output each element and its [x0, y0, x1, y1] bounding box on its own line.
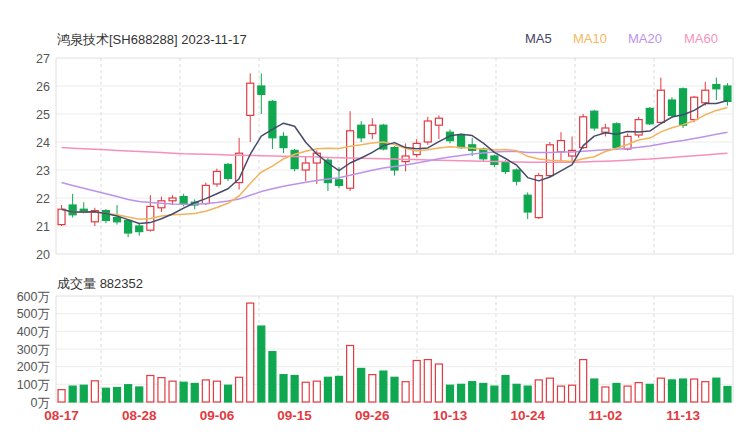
volume-bar[interactable]	[469, 382, 476, 402]
candle-body[interactable]	[613, 124, 620, 148]
volume-bar[interactable]	[402, 382, 409, 402]
volume-bar[interactable]	[191, 383, 198, 402]
candle-body[interactable]	[480, 149, 487, 159]
candle-body[interactable]	[347, 131, 354, 188]
volume-bar[interactable]	[125, 385, 132, 402]
volume-bar[interactable]	[58, 390, 65, 402]
candle-body[interactable]	[125, 220, 132, 233]
candle-body[interactable]	[424, 121, 431, 142]
volume-bar[interactable]	[557, 386, 564, 402]
candle-body[interactable]	[58, 209, 65, 224]
volume-bar[interactable]	[336, 376, 343, 402]
candle-body[interactable]	[724, 86, 731, 101]
volume-bar[interactable]	[524, 386, 531, 402]
candle-body[interactable]	[591, 111, 598, 128]
volume-bar[interactable]	[302, 382, 309, 402]
volume-bar[interactable]	[435, 364, 442, 402]
candlestick-volume-chart[interactable]: 2726252423222120600万500万400万300万200万100万…	[0, 0, 740, 440]
candle-body[interactable]	[513, 170, 520, 181]
candle-body[interactable]	[458, 135, 465, 148]
volume-bar[interactable]	[569, 385, 576, 402]
volume-bar[interactable]	[158, 378, 165, 402]
candle-body[interactable]	[258, 86, 265, 94]
volume-bar[interactable]	[180, 382, 187, 402]
candle-body[interactable]	[713, 85, 720, 89]
volume-bar[interactable]	[213, 381, 220, 402]
volume-bar[interactable]	[136, 387, 143, 402]
volume-bar[interactable]	[613, 383, 620, 402]
candle-body[interactable]	[158, 201, 165, 208]
candle-body[interactable]	[557, 141, 564, 152]
volume-bar[interactable]	[646, 384, 653, 402]
volume-bar[interactable]	[247, 303, 254, 402]
volume-bar[interactable]	[391, 377, 398, 402]
volume-bar[interactable]	[491, 386, 498, 402]
volume-bar[interactable]	[236, 377, 243, 402]
volume-bar[interactable]	[413, 360, 420, 402]
candle-body[interactable]	[114, 218, 121, 222]
volume-bar[interactable]	[380, 371, 387, 402]
volume-bar[interactable]	[657, 378, 664, 402]
volume-bar[interactable]	[424, 360, 431, 402]
candle-body[interactable]	[269, 101, 276, 137]
volume-bar[interactable]	[691, 379, 698, 402]
volume-bar[interactable]	[169, 381, 176, 402]
volume-bar[interactable]	[602, 387, 609, 402]
volume-bar[interactable]	[635, 383, 642, 402]
volume-bar[interactable]	[591, 379, 598, 402]
volume-bar[interactable]	[225, 385, 232, 402]
candle-body[interactable]	[169, 198, 176, 201]
volume-bar[interactable]	[713, 378, 720, 402]
candle-body[interactable]	[102, 211, 109, 221]
volume-bar[interactable]	[480, 383, 487, 402]
candle-body[interactable]	[247, 83, 254, 115]
volume-bar[interactable]	[358, 368, 365, 402]
volume-bar[interactable]	[668, 380, 675, 402]
volume-bar[interactable]	[313, 381, 320, 402]
candle-body[interactable]	[535, 176, 542, 218]
volume-bar[interactable]	[446, 385, 453, 402]
candle-body[interactable]	[369, 125, 376, 133]
candle-body[interactable]	[302, 163, 309, 170]
candle-body[interactable]	[491, 156, 498, 164]
candle-body[interactable]	[280, 136, 287, 147]
candle-body[interactable]	[336, 180, 343, 186]
volume-bar[interactable]	[624, 386, 631, 402]
volume-bar[interactable]	[513, 384, 520, 402]
candle-body[interactable]	[624, 136, 631, 149]
candle-body[interactable]	[136, 226, 143, 232]
volume-bar[interactable]	[102, 388, 109, 402]
volume-bar[interactable]	[258, 326, 265, 402]
candle-body[interactable]	[668, 100, 675, 115]
candle-body[interactable]	[202, 185, 209, 203]
candle-body[interactable]	[213, 171, 220, 184]
volume-bar[interactable]	[546, 378, 553, 402]
candle-body[interactable]	[657, 90, 664, 122]
volume-bar[interactable]	[291, 376, 298, 403]
volume-bar[interactable]	[91, 381, 98, 402]
volume-bar[interactable]	[80, 385, 87, 402]
candle-body[interactable]	[702, 90, 709, 103]
volume-bar[interactable]	[114, 388, 121, 402]
volume-bar[interactable]	[724, 386, 731, 402]
volume-bar[interactable]	[347, 345, 354, 402]
candle-body[interactable]	[646, 108, 653, 123]
candle-body[interactable]	[435, 118, 442, 125]
candle-body[interactable]	[635, 120, 642, 135]
candle-body[interactable]	[524, 195, 531, 212]
volume-bar[interactable]	[147, 376, 154, 403]
volume-bar[interactable]	[580, 360, 587, 402]
volume-bar[interactable]	[280, 375, 287, 402]
volume-bar[interactable]	[502, 376, 509, 403]
volume-bar[interactable]	[680, 379, 687, 402]
volume-bar[interactable]	[69, 386, 76, 402]
volume-bar[interactable]	[535, 380, 542, 402]
candle-body[interactable]	[358, 125, 365, 138]
volume-bar[interactable]	[324, 377, 331, 402]
candle-body[interactable]	[180, 197, 187, 204]
volume-bar[interactable]	[202, 380, 209, 402]
candle-body[interactable]	[225, 164, 232, 178]
candle-body[interactable]	[602, 128, 609, 132]
volume-bar[interactable]	[702, 382, 709, 402]
candle-body[interactable]	[502, 162, 509, 172]
